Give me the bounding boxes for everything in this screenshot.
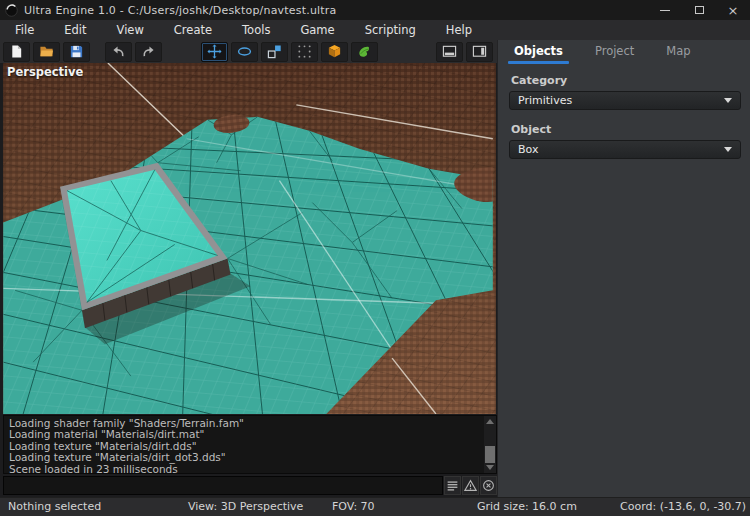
select-tool-icon — [297, 44, 312, 59]
menu-game[interactable]: Game — [285, 20, 349, 40]
open-folder-button[interactable] — [33, 42, 60, 62]
open-folder-icon — [39, 44, 54, 59]
viewport-label: Perspective — [7, 65, 83, 79]
toggle-bottom-panel-button[interactable] — [436, 42, 463, 62]
warnings-filter-button[interactable] — [462, 476, 479, 495]
move-tool-button[interactable] — [201, 42, 228, 62]
toggle-side-panel-button[interactable] — [466, 42, 493, 62]
scroll-up-icon[interactable] — [486, 419, 494, 424]
status-view: View: 3D Perspective — [188, 500, 303, 513]
object-value: Box — [518, 143, 538, 156]
redo-button[interactable] — [135, 42, 162, 62]
toolbar — [0, 40, 497, 63]
console-log[interactable]: Loading shader family "Shaders/Terrain.f… — [3, 415, 497, 474]
new-file-icon — [9, 44, 24, 59]
object-dropdown[interactable]: Box — [509, 140, 741, 159]
status-bar: Nothing selected View: 3D Perspective FO… — [0, 497, 750, 516]
tab-project-label: Project — [595, 44, 634, 58]
minimize-button[interactable] — [648, 0, 682, 20]
menu-bar: File Edit View Create Tools Game Scripti… — [0, 20, 750, 40]
layout-bottom-icon — [442, 44, 457, 59]
menu-create[interactable]: Create — [159, 20, 227, 40]
scroll-down-icon[interactable] — [486, 465, 494, 470]
move-tool-icon — [207, 44, 222, 59]
save-button[interactable] — [63, 42, 90, 62]
app-icon — [5, 4, 18, 17]
cube-icon — [327, 44, 342, 59]
active-tab-underline — [508, 61, 569, 64]
command-input[interactable] — [3, 476, 443, 495]
panel-tabs: Objects Project Map — [498, 40, 750, 64]
tab-objects-label: Objects — [514, 44, 563, 58]
warning-icon — [464, 479, 477, 492]
redo-icon — [141, 44, 156, 59]
dropdown-caret-icon — [724, 98, 732, 103]
menu-help[interactable]: Help — [431, 20, 487, 40]
console-line: Scene loaded in 23 milliseconds — [9, 464, 482, 475]
log-icon — [446, 479, 459, 492]
paint-tool-button[interactable] — [351, 42, 378, 62]
minimize-icon — [660, 10, 670, 11]
title-bar: Ultra Engine 1.0 - C:/Users/joshk/Deskto… — [0, 0, 750, 20]
paint-icon — [357, 44, 372, 59]
dropdown-caret-icon — [724, 147, 732, 152]
close-button[interactable]: × — [716, 0, 750, 20]
errors-filter-button[interactable] — [480, 476, 497, 495]
select-tool-button[interactable] — [291, 42, 318, 62]
viewport-3d[interactable]: Perspective — [3, 63, 496, 414]
rotate-tool-icon — [237, 44, 252, 59]
category-dropdown[interactable]: Primitives — [509, 91, 741, 110]
tab-map-label: Map — [666, 44, 690, 58]
save-icon — [69, 44, 84, 59]
console-line: Loading texture "Materials/dirt_dot3.dds… — [9, 452, 482, 463]
console-scrollbar[interactable] — [484, 416, 496, 473]
menu-edit[interactable]: Edit — [49, 20, 101, 40]
layout-right-icon — [472, 44, 487, 59]
side-panel: Objects Project Map Category Primitives … — [497, 40, 750, 497]
maximize-icon — [695, 6, 704, 14]
maximize-button[interactable] — [682, 0, 716, 20]
create-object-button[interactable] — [321, 42, 348, 62]
scene-canvas — [3, 63, 496, 414]
undo-button[interactable] — [105, 42, 132, 62]
console-lines: Loading shader family "Shaders/Terrain.f… — [9, 418, 482, 475]
object-label: Object — [511, 123, 551, 136]
status-fov: FOV: 70 — [332, 500, 375, 513]
rotate-tool-button[interactable] — [231, 42, 258, 62]
status-coord: Coord: (-13.6, 0, -30.7) — [620, 500, 746, 513]
new-file-button[interactable] — [3, 42, 30, 62]
menu-file[interactable]: File — [0, 20, 49, 40]
scale-tool-icon — [267, 44, 282, 59]
ultra-engine-window: Ultra Engine 1.0 - C:/Users/joshk/Deskto… — [0, 0, 750, 516]
undo-icon — [111, 44, 126, 59]
menu-scripting[interactable]: Scripting — [350, 20, 431, 40]
command-row — [3, 476, 497, 495]
log-filter-button[interactable] — [444, 476, 461, 495]
tab-project[interactable]: Project — [591, 40, 638, 64]
menu-view[interactable]: View — [102, 20, 159, 40]
tab-map[interactable]: Map — [662, 40, 694, 64]
category-label: Category — [511, 74, 567, 87]
close-icon: × — [728, 4, 739, 17]
menu-tools[interactable]: Tools — [227, 20, 285, 40]
window-title: Ultra Engine 1.0 - C:/Users/joshk/Deskto… — [24, 4, 337, 17]
scale-tool-button[interactable] — [261, 42, 288, 62]
status-grid-size: Grid size: 16.0 cm — [477, 500, 577, 513]
tab-objects[interactable]: Objects — [510, 40, 567, 64]
status-selection: Nothing selected — [8, 500, 101, 513]
scrollbar-thumb[interactable] — [485, 446, 495, 463]
category-value: Primitives — [518, 94, 572, 107]
error-icon — [482, 479, 495, 492]
